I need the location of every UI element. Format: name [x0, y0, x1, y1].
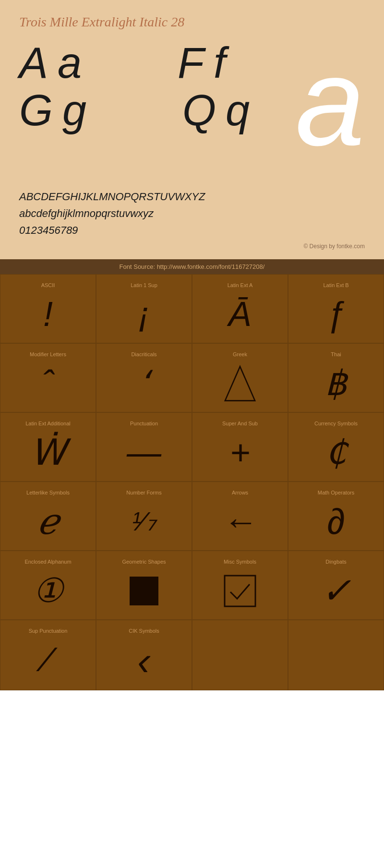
glyph-cell: Math Operators∂ [288, 482, 384, 551]
glyph-pair-2: Gg Qq [19, 87, 259, 134]
glyph-symbol: ʻ [139, 362, 150, 405]
glyph-symbol: ¡ [138, 293, 150, 336]
glyph-cell: Greek [192, 343, 288, 412]
glyph-symbol: ← [223, 500, 257, 543]
glyph-cell [288, 620, 384, 691]
glyph-cell: Super And Sub+ [192, 412, 288, 482]
glyph-symbol: ƒ [326, 293, 346, 336]
glyph-label: ASCII [41, 282, 55, 288]
glyph-symbol: Ẇ [30, 431, 66, 474]
glyph-cell: Latin 1 Sup¡ [96, 274, 192, 343]
glyph-cell: Latin Ext AdditionalẆ [0, 412, 96, 482]
glyph-label: Latin 1 Sup [131, 282, 157, 288]
glyph-symbol [221, 569, 259, 613]
glyph-symbol: ! [43, 293, 53, 336]
glyph-cell: Enclosed Alphanum① [0, 551, 96, 620]
glyph-showcase: Aa Ff Gg Qq a [19, 39, 365, 174]
glyph-label: Geometric Shapes [122, 559, 166, 565]
glyph-label: Dingbats [325, 559, 346, 565]
glyph-label: Thai [331, 351, 341, 357]
glyph-cell: Number Forms¹⁄₇ [96, 482, 192, 551]
glyph-symbol: ① [33, 569, 63, 613]
glyph-cell: ASCII! [0, 274, 96, 343]
font-source-bar: Font Source: http://www.fontke.com/font/… [0, 259, 384, 274]
charset-display: ABCDEFGHIJKLMNOPQRSTUVWXYZ abcdefghijklm… [19, 188, 365, 239]
glyph-label: Latin Ext B [323, 282, 348, 288]
glyph-label: Latin Ext Additional [25, 421, 71, 426]
glyph-label: Currency Symbols [314, 421, 358, 426]
glyph-label: Modifier Letters [30, 351, 66, 357]
font-title: Trois Mille Extralight Italic 28 [19, 14, 365, 30]
glyph-label: Latin Ext A [228, 282, 253, 288]
glyph-symbol: ฿ [325, 362, 347, 405]
glyph-symbol: ₵ [325, 431, 347, 474]
glyph-symbol: ∂ [327, 500, 345, 543]
big-letter-a: a [295, 39, 365, 164]
svg-rect-1 [130, 577, 158, 605]
charset-digits: 0123456789 [19, 222, 365, 239]
glyph-symbol: ‹ [137, 639, 151, 684]
charset-lower: abcdefghijklmnopqrstuvwxyz [19, 205, 365, 222]
glyph-cell: Modifier Lettersˆ [0, 343, 96, 412]
glyph-label: Math Operators [318, 490, 354, 495]
glyph-cell: Arrows← [192, 482, 288, 551]
glyph-symbol: ⁄ [45, 639, 51, 682]
glyph-cell: Letterlike Symbolsℯ [0, 482, 96, 551]
glyph-grid: ASCII!Latin 1 Sup¡Latin Ext AĀLatin Ext … [0, 274, 384, 691]
glyph-label: Diacriticals [131, 351, 156, 357]
glyph-symbol: ✓ [321, 569, 351, 613]
glyph-label: Punctuation [130, 421, 158, 426]
charset-upper: ABCDEFGHIJKLMNOPQRSTUVWXYZ [19, 188, 365, 205]
glyph-cell [192, 620, 288, 691]
glyph-label: Super And Sub [222, 421, 258, 426]
svg-rect-2 [225, 576, 255, 606]
glyph-label: Arrows [232, 490, 248, 495]
glyph-symbol: ˆ [42, 362, 54, 405]
glyph-cell: Punctuation— [96, 412, 192, 482]
glyph-cell: Thai฿ [288, 343, 384, 412]
glyph-symbol: Ā [228, 293, 252, 336]
svg-marker-0 [225, 366, 255, 400]
glyph-label: Enclosed Alphanum [24, 559, 71, 565]
glyph-cell: Dingbats✓ [288, 551, 384, 620]
glyph-cell: Latin Ext Bƒ [288, 274, 384, 343]
glyph-label: Number Forms [126, 490, 161, 495]
glyph-label: CIK Symbols [129, 628, 159, 634]
glyph-symbol: + [230, 431, 250, 474]
glyph-cell: Diacriticalsʻ [96, 343, 192, 412]
glyph-label: Sup Punctuation [29, 628, 68, 634]
glyph-label: Greek [233, 351, 247, 357]
glyph-label: Letterlike Symbols [26, 490, 70, 495]
big-glyphs: Aa Ff Gg Qq [19, 39, 259, 134]
glyph-cell: Geometric Shapes [96, 551, 192, 620]
glyph-cell: Latin Ext AĀ [192, 274, 288, 343]
glyph-symbol: — [127, 431, 161, 474]
glyph-cell: Misc Symbols [192, 551, 288, 620]
glyph-cell: Sup Punctuation⁄ [0, 620, 96, 691]
glyph-symbol: ¹⁄₇ [132, 500, 156, 543]
header-section: Trois Mille Extralight Italic 28 Aa Ff G… [0, 0, 384, 259]
glyph-symbol: ℯ [37, 500, 59, 543]
copyright-text: © Design by fontke.com [19, 243, 365, 250]
glyph-cell: CIK Symbols‹ [96, 620, 192, 691]
font-source-text: Font Source: http://www.fontke.com/font/… [120, 263, 265, 270]
glyph-symbol [125, 569, 163, 613]
glyph-symbol [221, 362, 259, 405]
glyph-pair-1: Aa Ff [19, 39, 259, 87]
glyph-label: Misc Symbols [224, 559, 256, 565]
glyph-cell: Currency Symbols₵ [288, 412, 384, 482]
